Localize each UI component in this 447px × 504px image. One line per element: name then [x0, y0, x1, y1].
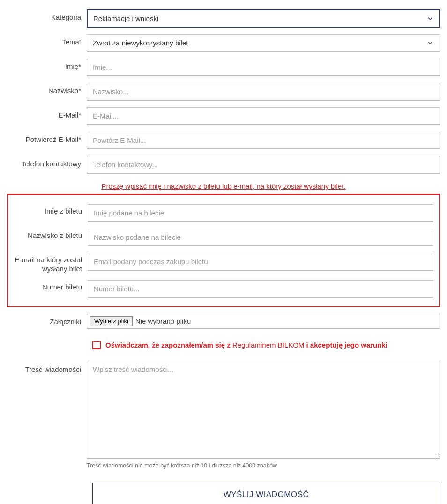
file-status-text: Nie wybrano pliku — [135, 317, 191, 325]
send-message-button[interactable]: WYŚLIJ WIADOMOŚĆ — [92, 483, 440, 504]
consent-prefix: Oświadczam, że zapoznałem/am się z — [105, 341, 232, 349]
attachments-label: Załączniki — [7, 314, 87, 326]
email-label: E-Mail* — [7, 107, 87, 120]
ticket-email-input[interactable] — [88, 253, 433, 271]
file-input-wrap: Wybierz pliki Nie wybrano pliku — [87, 314, 440, 329]
consent-row: Oświadczam, że zapoznałem/am się z Regul… — [92, 341, 440, 349]
email-confirm-label: Potwierdź E-Mail* — [7, 132, 87, 144]
ticket-email-label: E-mail na który został wysłany bilet — [14, 253, 88, 274]
ticket-number-input[interactable] — [88, 280, 433, 298]
first-name-label: Imię* — [7, 59, 87, 71]
topic-select[interactable]: Zwrot za niewykorzystany bilet — [87, 34, 440, 52]
message-label: Treść wiadomości — [7, 361, 87, 374]
message-length-note: Treść wiadomości nie może być krótsza ni… — [87, 462, 440, 469]
ticket-info-text: Proszę wpisać imię i nazwisko z biletu l… — [7, 182, 440, 190]
choose-files-button[interactable]: Wybierz pliki — [90, 316, 133, 326]
ticket-details-box: Imię z biletu Nazwisko z biletu E-mail n… — [7, 194, 440, 307]
ticket-first-name-input[interactable] — [88, 204, 433, 222]
phone-label: Telefon kontaktowy — [7, 156, 87, 169]
first-name-input[interactable] — [87, 59, 440, 76]
category-select-wrap: Reklamacje i wnioski — [87, 9, 440, 28]
category-label: Kategoria — [7, 9, 87, 22]
topic-label: Temat — [7, 34, 87, 47]
ticket-last-name-input[interactable] — [88, 229, 433, 246]
topic-select-wrap: Zwrot za niewykorzystany bilet — [87, 34, 440, 52]
consent-text: Oświadczam, że zapoznałem/am się z Regul… — [105, 341, 387, 349]
message-textarea[interactable] — [87, 361, 440, 459]
ticket-last-name-label: Nazwisko z biletu — [14, 229, 88, 240]
last-name-input[interactable] — [87, 83, 440, 101]
terms-link[interactable]: Regulaminem BILKOM — [232, 341, 304, 349]
consent-suffix: i akceptuję jego warunki — [304, 341, 387, 349]
phone-input[interactable] — [87, 156, 440, 174]
ticket-first-name-label: Imię z biletu — [14, 204, 88, 216]
contact-form: Kategoria Reklamacje i wnioski Temat Zwr… — [7, 9, 440, 504]
email-confirm-input[interactable] — [87, 132, 440, 149]
email-input[interactable] — [87, 107, 440, 125]
category-select[interactable]: Reklamacje i wnioski — [87, 9, 440, 28]
consent-checkbox[interactable] — [92, 341, 101, 349]
ticket-number-label: Numer biletu — [14, 280, 88, 292]
last-name-label: Nazwisko* — [7, 83, 87, 96]
